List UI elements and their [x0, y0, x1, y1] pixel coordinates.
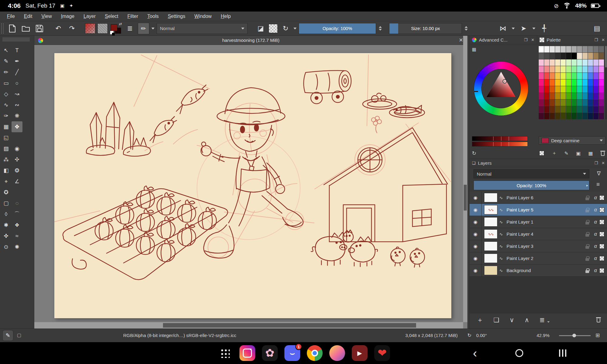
tool-polyline[interactable]: ↝: [12, 89, 22, 99]
palette-swatch[interactable]: [550, 66, 555, 72]
layer-visibility-toggle[interactable]: ◉: [470, 192, 482, 204]
home-button[interactable]: [515, 349, 523, 357]
palette-swatch[interactable]: [582, 59, 588, 66]
palette-swatch[interactable]: [571, 53, 577, 59]
palette-swatch[interactable]: [571, 93, 577, 99]
palette-swatch[interactable]: [555, 59, 560, 66]
inherit-alpha-toggle[interactable]: [599, 268, 604, 273]
menu-file[interactable]: File: [2, 12, 19, 21]
layer-name[interactable]: Paint Layer 3: [505, 244, 583, 249]
palette-swatch[interactable]: [571, 86, 577, 93]
zoom-slider[interactable]: [559, 335, 591, 336]
palette-swatch[interactable]: [539, 113, 544, 119]
layer-row[interactable]: ◉∿Paint Layer 1α: [470, 216, 607, 228]
palette-swatch[interactable]: [555, 93, 560, 99]
palette-swatch[interactable]: [588, 86, 593, 93]
layer-name[interactable]: Paint Layer 1: [505, 219, 583, 224]
palette-swatch[interactable]: [577, 99, 582, 106]
float-docker-icon[interactable]: ❐: [524, 38, 527, 42]
add-layer-button[interactable]: ＋: [477, 316, 483, 324]
palette-swatch[interactable]: [593, 86, 599, 93]
undo-button[interactable]: ↶: [53, 23, 64, 34]
toolbar-handle[interactable]: [1, 23, 4, 34]
chrome-icon[interactable]: [307, 345, 323, 361]
palette-swatch[interactable]: [577, 106, 582, 113]
fit-canvas-icon[interactable]: ⊞: [595, 332, 600, 339]
tool-rectangle[interactable]: ▭: [1, 78, 12, 89]
swatch-display-icon[interactable]: [539, 151, 544, 156]
layer-properties-button[interactable]: ≣: [540, 316, 545, 324]
alpha-icon[interactable]: α: [592, 219, 599, 225]
layer-name[interactable]: Paint Layer 5: [505, 207, 583, 212]
palette-swatch[interactable]: [561, 59, 566, 66]
selection-indicator-icon[interactable]: ▢: [17, 332, 21, 338]
palette-swatch[interactable]: [566, 106, 571, 113]
palette-swatch[interactable]: [566, 113, 571, 119]
menu-edit[interactable]: Edit: [19, 12, 37, 21]
palette-swatch[interactable]: [571, 73, 577, 79]
palette-swatch[interactable]: [588, 106, 593, 113]
alpha-icon[interactable]: α: [592, 268, 599, 273]
palette-swatch[interactable]: [566, 59, 571, 66]
mirror-horizontal-button[interactable]: ⋈: [497, 23, 509, 34]
layer-name[interactable]: Paint Layer 4: [505, 231, 583, 237]
tool-multibrush[interactable]: ❋: [12, 110, 22, 121]
lock-icon[interactable]: [583, 256, 592, 261]
palette-swatch[interactable]: [544, 113, 549, 119]
lock-icon[interactable]: [583, 195, 592, 200]
rotation-label[interactable]: 0.00°: [476, 333, 487, 338]
float-docker-icon[interactable]: ❐: [594, 161, 598, 165]
tool-freehand-brush[interactable]: ✏: [1, 67, 12, 78]
alpha-icon[interactable]: α: [592, 244, 599, 249]
palette-swatch[interactable]: [571, 46, 577, 52]
palette-swatch[interactable]: [544, 73, 549, 79]
layer-blend-mode-dropdown[interactable]: Normal: [473, 169, 589, 178]
tool-enclose-fill[interactable]: ❂: [12, 165, 22, 176]
palette-swatch[interactable]: [571, 113, 577, 119]
delete-layer-button[interactable]: [596, 317, 601, 322]
palette-swatch[interactable]: [599, 86, 604, 93]
palette-swatch[interactable]: [539, 59, 544, 66]
layer-row[interactable]: ◉∿∿∿Paint Layer 4α: [470, 228, 607, 240]
blend-mode-dropdown[interactable]: Normal: [157, 23, 248, 34]
palette-swatch[interactable]: [544, 66, 549, 72]
layer-visibility-toggle[interactable]: ◉: [470, 240, 482, 252]
tool-shape-select[interactable]: ↖: [1, 45, 12, 56]
palette-swatch[interactable]: [555, 79, 560, 86]
media-app-icon[interactable]: ▶: [352, 345, 368, 361]
palette-swatch[interactable]: [561, 66, 566, 72]
save-button[interactable]: [34, 23, 45, 34]
palette-swatch[interactable]: [577, 79, 582, 86]
redo-button[interactable]: ↷: [66, 23, 78, 34]
tool-color-sampler[interactable]: ◉: [12, 143, 22, 154]
palette-swatch[interactable]: [550, 73, 555, 79]
palette-swatch[interactable]: [582, 106, 588, 113]
duplicate-layer-button[interactable]: ❏: [493, 316, 499, 324]
hsv-triangle[interactable]: [482, 69, 521, 108]
menu-view[interactable]: View: [37, 12, 56, 21]
tool-smart-patch[interactable]: ✣: [12, 154, 22, 165]
tool-bezier-curve[interactable]: ∿: [1, 99, 12, 110]
palette-swatch[interactable]: [593, 113, 599, 119]
palette-swatch[interactable]: [588, 113, 593, 119]
palette-swatch[interactable]: [593, 106, 599, 113]
palette-swatch[interactable]: [555, 106, 560, 113]
palette-swatch[interactable]: [561, 53, 566, 59]
zoom-slider-thumb[interactable]: [572, 334, 576, 337]
layer-visibility-toggle[interactable]: ◉: [470, 204, 482, 216]
mirror-caret[interactable]: [512, 28, 515, 29]
canvas-document[interactable]: [54, 53, 451, 318]
palette-swatch[interactable]: [582, 86, 588, 93]
palette-swatch[interactable]: [550, 53, 555, 59]
shade-gradient-strip-1[interactable]: [472, 136, 528, 141]
mirror-vertical-caret[interactable]: [532, 28, 535, 29]
lock-icon[interactable]: [583, 207, 592, 212]
tool-fill[interactable]: ◧: [1, 165, 12, 176]
apps-grid-icon[interactable]: [217, 345, 233, 361]
palette-swatch[interactable]: [544, 79, 549, 86]
tool-polygon-select[interactable]: ◊: [1, 209, 12, 220]
close-docker-icon[interactable]: ✕: [602, 161, 605, 165]
inherit-alpha-toggle[interactable]: [599, 220, 604, 224]
reload-caret[interactable]: [293, 28, 297, 29]
float-docker-icon[interactable]: ❐: [594, 38, 598, 42]
